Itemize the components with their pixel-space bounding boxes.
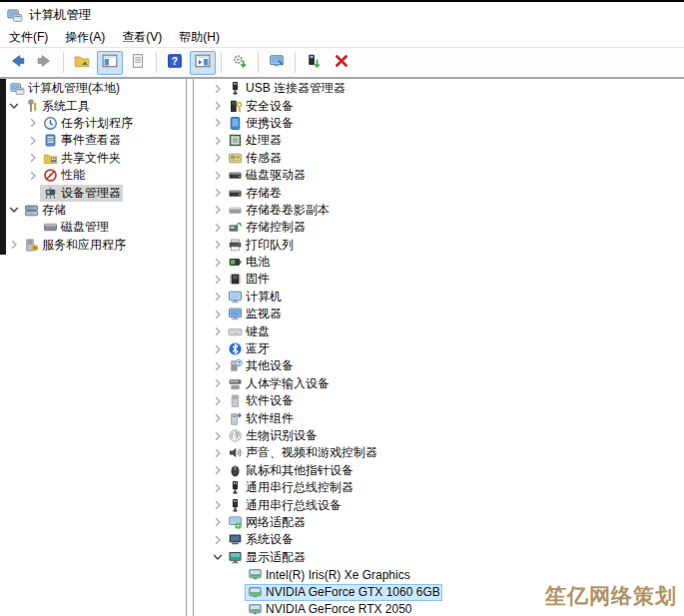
back-button[interactable] — [4, 51, 30, 75]
chevron-collapsed-icon[interactable] — [210, 151, 225, 165]
tree-item-computer[interactable]: 计算机 — [194, 289, 684, 306]
chevron-collapsed-icon[interactable] — [6, 238, 21, 252]
chevron-collapsed-icon[interactable] — [25, 116, 40, 130]
tree-item-services-and-applications[interactable]: 服务和应用程序 — [0, 237, 186, 254]
show-console-tree-button[interactable] — [97, 51, 123, 75]
tree-item-portable-devices[interactable]: 便携设备 — [194, 115, 684, 132]
tree-item-intel-iris-xe[interactable]: Intel(R) Iris(R) Xe Graphics — [194, 566, 684, 583]
tree-item-disk-drives[interactable]: 磁盘驱动器 — [194, 167, 684, 184]
sensor-icon — [227, 151, 243, 166]
tree-item-shared-folders[interactable]: 共享文件夹 — [0, 150, 186, 167]
uninstall-button[interactable] — [329, 51, 354, 75]
chevron-collapsed-icon[interactable] — [25, 134, 40, 148]
tree-item-storage-volume-shadow-copies[interactable]: 存储卷卷影副本 — [194, 202, 684, 219]
tree-item-storage-volumes[interactable]: 存储卷 — [194, 184, 684, 201]
tree-item-security-devices[interactable]: 安全设备 — [194, 97, 684, 114]
shared-folder-icon — [42, 151, 58, 166]
tree-item-print-queues[interactable]: 打印队列 — [194, 237, 684, 254]
help-button[interactable]: ? — [162, 51, 188, 75]
tree-item-storage-controllers[interactable]: 存储控制器 — [194, 219, 684, 236]
tree-item-storage[interactable]: 存储 — [0, 202, 186, 219]
tree-item-sound-video-game-controllers[interactable]: 声音、视频和游戏控制器 — [194, 444, 684, 461]
properties-button[interactable] — [125, 51, 151, 75]
menu-file[interactable]: 文件(F) — [9, 29, 48, 46]
tree-item-task-scheduler[interactable]: 任务计划程序 — [0, 115, 186, 132]
tree-item-system-devices[interactable]: 系统设备 — [194, 531, 684, 548]
scan-hardware-changes-button[interactable] — [301, 51, 327, 75]
chevron-collapsed-icon[interactable] — [210, 498, 225, 512]
chevron-collapsed-icon[interactable] — [210, 376, 225, 390]
chevron-collapsed-icon[interactable] — [210, 308, 225, 321]
tree-item-usb-devices[interactable]: 通用串行总线设备 — [194, 496, 684, 513]
tree-item-mice-and-pointing-devices[interactable]: 鼠标和其他指针设备 — [194, 462, 684, 479]
chevron-collapsed-icon[interactable] — [210, 481, 225, 495]
chevron-collapsed-icon[interactable] — [210, 221, 225, 235]
tree-item-disk-management[interactable]: 磁盘管理 — [0, 219, 186, 236]
show-action-pane-button[interactable] — [190, 51, 216, 75]
firmware-icon — [227, 272, 243, 287]
computer-management-app-icon — [7, 7, 23, 23]
chevron-collapsed-icon[interactable] — [210, 394, 225, 408]
chevron-collapsed-icon[interactable] — [25, 169, 40, 183]
tree-item-computer-management-local[interactable]: 计算机管理(本地) — [0, 80, 186, 97]
chevron-expanded-icon[interactable] — [6, 203, 21, 217]
chevron-collapsed-icon[interactable] — [210, 290, 225, 304]
chevron-collapsed-icon[interactable] — [210, 515, 225, 529]
tree-item-network-adapters[interactable]: 网络适配器 — [194, 514, 684, 531]
tree-item-device-manager[interactable]: 设备管理器 — [0, 184, 186, 201]
tree-item-keyboards[interactable]: 键盘 — [194, 322, 684, 339]
chevron-collapsed-icon[interactable] — [210, 359, 225, 373]
chevron-collapsed-icon[interactable] — [210, 256, 225, 270]
menu-action[interactable]: 操作(A) — [65, 29, 105, 46]
tree-item-event-viewer[interactable]: 事件查看器 — [0, 132, 186, 149]
chevron-collapsed-icon[interactable] — [210, 116, 225, 130]
tree-item-performance[interactable]: 性能 — [0, 167, 186, 184]
tree-item-monitors[interactable]: 监视器 — [194, 306, 684, 322]
export-list-button[interactable] — [227, 51, 253, 75]
tree-item-processors[interactable]: 处理器 — [194, 132, 684, 149]
tree-item-usb-connector-managers[interactable]: USB 连接器管理器 — [194, 80, 684, 97]
tree-item-other-devices[interactable]: ?其他设备 — [194, 357, 684, 374]
tree-item-bluetooth[interactable]: 蓝牙 — [194, 340, 684, 357]
chevron-collapsed-icon[interactable] — [210, 342, 225, 356]
tree-item-software-components[interactable]: 软件组件 — [194, 409, 684, 426]
tree-item-biometric-devices[interactable]: 生物识别设备 — [194, 427, 684, 444]
chevron-collapsed-icon[interactable] — [210, 411, 225, 425]
tree-item-label: 软件组件 — [246, 410, 294, 427]
chevron-collapsed-icon[interactable] — [210, 169, 225, 183]
chevron-collapsed-icon[interactable] — [210, 238, 225, 252]
chevron-collapsed-icon[interactable] — [210, 463, 225, 477]
chevron-collapsed-icon[interactable] — [210, 134, 225, 148]
chevron-collapsed-icon[interactable] — [210, 82, 225, 96]
console-tree-pane[interactable]: 计算机管理(本地)系统工具任务计划程序事件查看器共享文件夹性能设备管理器存储磁盘… — [0, 79, 187, 616]
tree-item-system-tools[interactable]: 系统工具 — [0, 97, 186, 114]
tree-item-label: Intel(R) Iris(R) Xe Graphics — [266, 568, 410, 582]
chevron-collapsed-icon[interactable] — [25, 151, 40, 165]
chevron-collapsed-icon[interactable] — [210, 324, 225, 338]
chevron-collapsed-icon[interactable] — [210, 533, 225, 547]
remote-connection-button[interactable] — [264, 51, 290, 75]
chevron-collapsed-icon[interactable] — [210, 203, 225, 217]
tree-item-human-interface-devices[interactable]: 人体学输入设备 — [194, 375, 684, 392]
forward-button[interactable] — [32, 51, 58, 75]
chevron-expanded-icon[interactable] — [210, 550, 225, 564]
tree-item-firmware[interactable]: 固件 — [194, 271, 684, 288]
chevron-collapsed-icon[interactable] — [210, 99, 225, 113]
tree-item-display-adapters[interactable]: 显示适配器 — [194, 549, 684, 566]
tree-item-usb-controllers[interactable]: 通用串行总线控制器 — [194, 479, 684, 496]
menu-help[interactable]: 帮助(H) — [179, 29, 220, 46]
chevron-collapsed-icon[interactable] — [210, 186, 225, 200]
chevron-collapsed-icon[interactable] — [210, 446, 225, 460]
tree-item-batteries[interactable]: 电池 — [194, 254, 684, 271]
chevron-expanded-icon[interactable] — [6, 99, 21, 113]
storage-controller-icon — [227, 220, 243, 235]
chevron-collapsed-icon[interactable] — [210, 273, 225, 287]
tree-item-label: 计算机管理(本地) — [28, 80, 120, 97]
menu-view[interactable]: 查看(V) — [122, 29, 162, 46]
tree-item-software-devices[interactable]: 软件设备 — [194, 392, 684, 409]
tree-item-label: 电池 — [246, 254, 270, 271]
device-tree-pane[interactable]: USB 连接器管理器安全设备便携设备处理器传感器磁盘驱动器存储卷存储卷卷影副本存… — [193, 79, 684, 616]
up-one-level-button[interactable] — [69, 51, 95, 75]
tree-item-sensors[interactable]: 传感器 — [194, 150, 684, 167]
chevron-collapsed-icon[interactable] — [210, 429, 225, 443]
